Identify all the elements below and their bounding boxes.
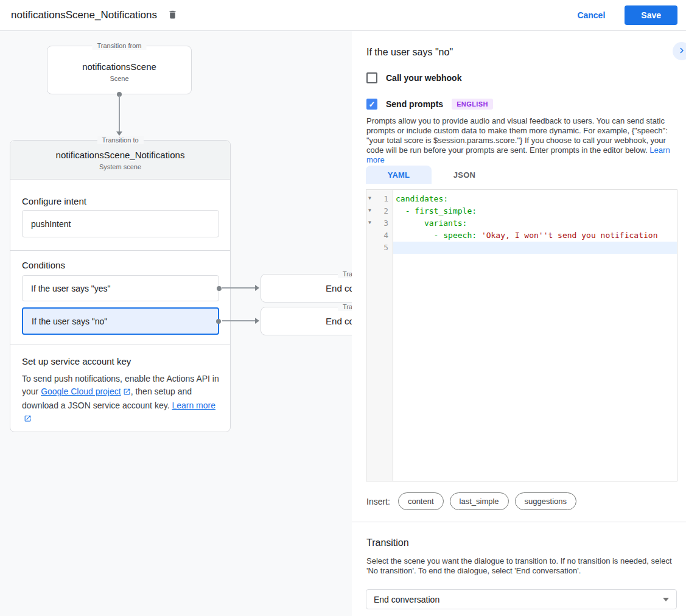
node-border-label: Transition from	[93, 41, 147, 50]
trash-icon	[167, 9, 178, 22]
condition-no-selected[interactable]: If the user says "no"	[22, 307, 219, 335]
header: notificationsScene_Notifications Cancel …	[0, 0, 686, 31]
line-number: 1	[383, 194, 388, 203]
send-prompts-label: Send prompts	[386, 99, 443, 109]
node-title: notificationsScene_Notifications	[10, 150, 230, 160]
tab-yaml[interactable]: YAML	[366, 166, 432, 184]
code-line: variants:	[393, 217, 677, 229]
insert-chip-suggestions[interactable]: suggestions	[515, 492, 576, 510]
chevron-right-icon	[676, 45, 686, 58]
open-in-new-icon	[123, 387, 131, 399]
learn-more-link[interactable]: Learn more	[172, 401, 215, 410]
condition-label: If the user says "no"	[32, 317, 107, 326]
connector-line	[222, 320, 255, 321]
line-number: 5	[383, 243, 388, 252]
transition-from-node[interactable]: Transition from notificationsScene Scene	[47, 46, 192, 94]
arrow-right-icon	[255, 285, 259, 291]
divider	[352, 522, 686, 522]
line-number: 3	[383, 219, 388, 228]
transition-select[interactable]: End conversation	[366, 589, 677, 609]
editor-code-area[interactable]: candidates: - first_simple: variants: - …	[393, 190, 677, 481]
node-subtitle: System scene	[10, 163, 230, 170]
dropdown-caret-icon	[663, 598, 669, 601]
configure-intent-heading: Configure intent	[22, 196, 86, 206]
condition-yes[interactable]: If the user says "yes"	[22, 275, 219, 301]
line-number: 4	[383, 231, 388, 240]
service-key-text: To send push notifications, enable the A…	[22, 373, 220, 426]
code-line: candidates:	[393, 193, 677, 205]
transition-to-node[interactable]: Transition to notificationsScene_Notific…	[10, 140, 231, 432]
connector-line	[222, 287, 255, 289]
gutter-row: ▼ 1	[366, 193, 393, 205]
send-prompts-checkbox[interactable]: ✓	[366, 99, 377, 110]
gutter-row: ▼ 2	[366, 205, 393, 217]
open-in-new-icon	[24, 413, 32, 426]
insert-row: Insert: content last_simple suggestions	[366, 492, 583, 510]
insert-chip-content[interactable]: content	[398, 492, 444, 510]
transition-heading: Transition	[366, 537, 409, 548]
yaml-key: candidates:	[396, 194, 448, 203]
language-badge: ENGLISH	[452, 99, 493, 110]
connector-dot	[216, 319, 221, 324]
gutter-row: 4	[366, 229, 393, 242]
yaml-key: - speech:	[396, 231, 481, 240]
prompt-code-editor[interactable]: ▼ 1 ▼ 2 ▼ 3 4 5 candidates: - first_simp…	[366, 189, 677, 481]
webhook-checkbox-row[interactable]: Call your webhook	[366, 72, 461, 83]
checkmark-icon: ✓	[369, 100, 376, 108]
yaml-string: 'Okay, I won''t send you notification	[481, 231, 658, 240]
divider	[10, 250, 230, 251]
save-button[interactable]: Save	[625, 5, 677, 25]
webhook-label: Call your webhook	[386, 73, 461, 83]
connector-dot	[217, 286, 222, 291]
node-title: notificationsScene	[47, 61, 191, 72]
delete-scene-button[interactable]	[167, 9, 178, 22]
connector-line	[119, 96, 120, 131]
node-border-label: Transition to	[97, 136, 143, 144]
tab-json[interactable]: JSON	[432, 166, 497, 184]
arrow-right-icon	[255, 318, 259, 324]
condition-editor-panel: If the user says "no" Call your webhook …	[352, 31, 686, 616]
code-line-active	[393, 242, 677, 254]
service-key-heading: Set up service account key	[22, 356, 131, 366]
intent-field[interactable]: pushIntent	[22, 210, 219, 237]
arrow-down-icon	[116, 131, 122, 136]
insert-label: Insert:	[366, 497, 390, 506]
editor-gutter: ▼ 1 ▼ 2 ▼ 3 4 5	[366, 190, 393, 481]
node-subtitle: Scene	[47, 75, 191, 82]
page-title: notificationsScene_Notifications	[11, 9, 157, 21]
webhook-checkbox[interactable]	[366, 72, 377, 83]
send-prompts-checkbox-row[interactable]: ✓ Send prompts ENGLISH	[366, 99, 493, 110]
prompts-description: Prompts allow you to provide audio and v…	[366, 116, 679, 165]
fold-arrow-icon[interactable]: ▼	[368, 208, 371, 213]
line-number: 2	[383, 206, 388, 215]
cancel-button[interactable]: Cancel	[577, 10, 605, 20]
prompts-description-text: Prompts allow you to provide audio and v…	[366, 116, 668, 155]
panel-title: If the user says "no"	[366, 47, 453, 58]
transition-select-value: End conversation	[374, 595, 439, 604]
condition-label: If the user says "yes"	[31, 284, 111, 293]
node-header: Transition to notificationsScene_Notific…	[10, 141, 230, 180]
collapse-panel-button[interactable]	[673, 42, 686, 60]
code-line: - speech: 'Okay, I won''t send you notif…	[393, 229, 677, 242]
yaml-key: - first_simple:	[396, 206, 477, 215]
insert-chip-last-simple[interactable]: last_simple	[450, 492, 509, 510]
conditions-heading: Conditions	[22, 260, 65, 270]
google-cloud-project-link[interactable]: Google Cloud project	[41, 387, 121, 396]
gutter-row: 5	[366, 242, 393, 254]
fold-arrow-icon[interactable]: ▼	[368, 220, 371, 225]
editor-format-tabs: YAML JSON	[366, 166, 497, 184]
divider	[10, 345, 230, 345]
gutter-row: ▼ 3	[366, 217, 393, 229]
transition-description: Select the scene you want the dialogue t…	[366, 556, 679, 576]
code-line: - first_simple:	[393, 205, 677, 217]
yaml-key: variants:	[396, 219, 467, 228]
fold-arrow-icon[interactable]: ▼	[368, 195, 371, 201]
